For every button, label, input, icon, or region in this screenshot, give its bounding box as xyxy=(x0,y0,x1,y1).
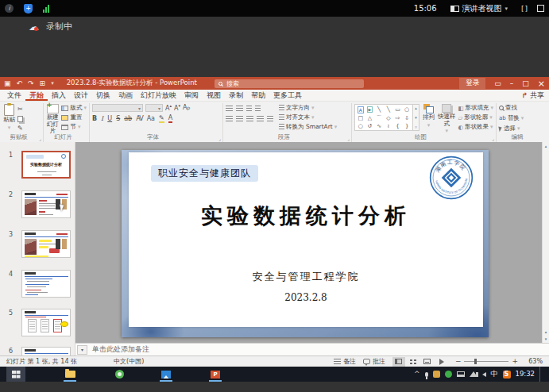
display-tray-icon[interactable] xyxy=(457,371,465,377)
shape-effects-button[interactable]: 形状效果 xyxy=(458,123,493,131)
italic-icon[interactable] xyxy=(101,116,103,122)
window-mode-icon[interactable] xyxy=(537,5,544,12)
tab-slideshow[interactable]: 幻灯片放映 xyxy=(137,90,180,101)
tab-transitions[interactable]: 切换 xyxy=(92,90,114,101)
slide-title[interactable]: 实验数据统计分析 xyxy=(129,202,483,230)
presenter-view-button[interactable]: 演讲者视图 xyxy=(447,2,512,15)
strikethrough-icon[interactable] xyxy=(124,116,132,122)
tab-view[interactable]: 视图 xyxy=(203,90,225,101)
align-center-icon[interactable] xyxy=(236,116,243,122)
next-slide-icon[interactable]: ▾ xyxy=(545,336,547,341)
change-case-icon[interactable] xyxy=(147,116,155,122)
section-button[interactable]: 节 xyxy=(61,123,87,131)
tab-review[interactable]: 审阅 xyxy=(180,90,203,101)
protection-shield-icon[interactable] xyxy=(24,4,33,13)
tray-green-icon[interactable] xyxy=(445,371,452,378)
splitter-collapse-icon[interactable]: ▾ xyxy=(77,345,87,355)
layout-button[interactable]: 版式 xyxy=(61,104,87,112)
minimize-button[interactable] xyxy=(510,79,514,87)
shrink-font-icon[interactable] xyxy=(174,104,180,112)
tab-design[interactable]: 设计 xyxy=(70,90,92,101)
zoom-slider-handle[interactable] xyxy=(474,359,477,364)
taskbar-file-explorer[interactable] xyxy=(60,367,79,382)
customize-qat-icon[interactable] xyxy=(51,80,54,86)
thumbnail-slide-3[interactable]: 3 xyxy=(0,230,75,258)
language-indicator[interactable]: 中文(中国) xyxy=(114,357,144,366)
notes-toggle-button[interactable]: 备注 xyxy=(334,357,356,366)
team-badge[interactable]: 职业安全与健康团队 xyxy=(151,165,258,182)
shape-gallery-scroll[interactable]: ▴▾▿ xyxy=(413,104,419,131)
select-button[interactable]: 选择 xyxy=(499,125,524,133)
tab-file[interactable]: 文件 xyxy=(3,90,25,101)
tray-app-icon[interactable] xyxy=(433,371,440,378)
taskbar-photos-app[interactable] xyxy=(157,367,176,382)
tab-animations[interactable]: 动画 xyxy=(114,90,137,101)
volume-icon[interactable] xyxy=(482,372,486,377)
numbering-icon[interactable] xyxy=(236,106,243,112)
normal-view-button[interactable] xyxy=(392,357,405,367)
highlight-color-icon[interactable] xyxy=(159,115,164,123)
dialog-launcher-icon[interactable] xyxy=(492,136,494,141)
dialog-launcher-icon[interactable] xyxy=(39,136,41,141)
format-painter-icon[interactable] xyxy=(17,125,23,132)
new-slide-button[interactable]: 新建幻灯片 xyxy=(46,104,59,135)
taskbar-browser-app[interactable] xyxy=(110,367,129,382)
sign-in-button[interactable]: 登录 xyxy=(459,78,485,89)
shadow-strike-icon[interactable] xyxy=(116,116,120,122)
font-color-icon[interactable] xyxy=(168,115,172,123)
quick-styles-button[interactable]: 快速样式 xyxy=(438,104,456,134)
slide-sorter-view-button[interactable] xyxy=(407,357,419,367)
search-input[interactable]: 搜索 xyxy=(215,79,364,88)
thumbnail-slide-2[interactable]: 2 xyxy=(0,190,75,218)
previous-slide-icon[interactable]: ▴ xyxy=(545,329,547,334)
share-button[interactable]: 共享 xyxy=(521,90,546,101)
tab-help[interactable]: 帮助 xyxy=(247,90,269,101)
slide-date[interactable]: 2023.2.8 xyxy=(129,292,483,303)
line-spacing-icon[interactable] xyxy=(255,106,261,112)
shape-gallery[interactable]: A ▶ ╲ ╲ ▭ ○ □ △ ⌒ ◇ ⇨ ⇩ ○ ↺ ∿ xyxy=(354,104,419,131)
slide-canvas[interactable]: 职业安全与健康团队 xyxy=(75,142,549,343)
indent-icon[interactable] xyxy=(246,106,252,112)
underline-icon[interactable] xyxy=(107,116,112,122)
replace-button[interactable]: 替换 xyxy=(499,114,524,122)
slideshow-view-button[interactable] xyxy=(435,357,448,367)
arrange-button[interactable]: 排列 xyxy=(422,104,435,129)
slideshow-from-start-icon[interactable] xyxy=(40,79,46,87)
align-left-icon[interactable] xyxy=(226,116,233,122)
thumbnail-slide-1[interactable]: 1 实验数据统计分析 xyxy=(0,151,75,179)
zoom-in-button[interactable]: + xyxy=(512,358,518,365)
shape-outline-button[interactable]: 形状轮廓 xyxy=(458,113,493,121)
show-desktop-button[interactable] xyxy=(539,367,547,382)
justify-icon[interactable] xyxy=(257,116,264,122)
ribbon-display-options-icon[interactable] xyxy=(494,79,501,87)
copy-icon[interactable] xyxy=(17,116,23,122)
reset-button[interactable]: 重置 xyxy=(61,113,87,121)
slide-subtitle[interactable]: 安全与管理工程学院 xyxy=(129,270,483,284)
shape-fill-button[interactable]: 形状填充 xyxy=(458,104,493,112)
thumbnail-slide-4[interactable]: 4 xyxy=(0,270,75,298)
undo-icon[interactable] xyxy=(17,79,23,87)
thumbnail-slide-5[interactable]: 5 xyxy=(0,309,75,336)
columns-icon[interactable] xyxy=(267,116,273,122)
scroll-up-icon[interactable]: ▴ xyxy=(545,144,547,148)
maximize-button[interactable] xyxy=(522,79,529,87)
taskbar-powerpoint[interactable] xyxy=(206,367,225,382)
bullets-icon[interactable] xyxy=(226,106,233,112)
reading-view-button[interactable] xyxy=(421,357,434,367)
grow-font-icon[interactable] xyxy=(165,104,172,112)
zoom-slider[interactable] xyxy=(464,361,508,362)
hidden-icons-chevron[interactable] xyxy=(414,371,420,378)
tab-record[interactable]: 录制 xyxy=(225,90,247,101)
sogou-input-icon[interactable] xyxy=(503,371,511,379)
find-button[interactable]: 查找 xyxy=(499,104,524,112)
slide-editing-surface[interactable]: 职业安全与健康团队 xyxy=(122,150,489,337)
character-spacing-icon[interactable] xyxy=(136,116,142,122)
microphone-tray-icon[interactable] xyxy=(425,372,428,377)
fullscreen-icon[interactable] xyxy=(521,5,527,13)
font-name-dropdown[interactable] xyxy=(92,104,143,112)
start-button[interactable] xyxy=(6,367,25,382)
bold-icon[interactable] xyxy=(92,116,97,122)
paste-button[interactable]: 粘贴 xyxy=(3,104,15,131)
taskbar-clock[interactable]: 19:32 xyxy=(516,371,535,378)
notes-placeholder[interactable]: 单击此处添加备注 xyxy=(92,344,149,355)
